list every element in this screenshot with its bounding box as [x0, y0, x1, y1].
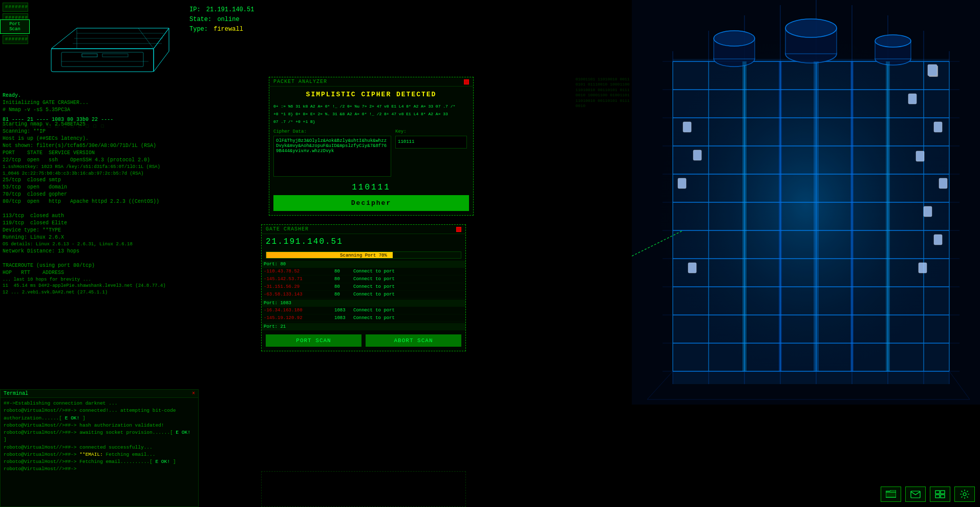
scan-progress-bar: Scanning Port 70%	[266, 251, 461, 259]
svg-rect-82	[688, 263, 696, 273]
svg-rect-95	[941, 491, 945, 494]
svg-rect-34	[673, 228, 949, 256]
gate-crasher-header: GATE CRASHER	[262, 225, 465, 234]
left-sidebar: ####### Port Scan ####### ####### ######…	[0, 0, 31, 47]
gate-crasher-title: GATE CRASHER	[266, 226, 309, 232]
port-num-6: 1083	[333, 314, 351, 322]
settings-icon-btn[interactable]	[954, 487, 975, 502]
folder-icon-btn[interactable]	[881, 487, 901, 502]
gate-crasher-buttons: PORT SCAN ABORT SCAN	[262, 330, 465, 351]
port-ip-3: -31.151.56.29	[262, 283, 333, 290]
svg-rect-32	[673, 172, 949, 200]
cipher-detected-title: SIMPLISTIC CIPHER DETECTED	[269, 87, 473, 102]
svg-rect-97	[941, 495, 945, 498]
svg-point-63	[714, 31, 755, 46]
email-icon-btn[interactable]	[905, 487, 926, 502]
ip-value: 21.191.140.51	[206, 6, 254, 13]
svg-rect-72	[908, 94, 917, 104]
ip-label: IP:	[189, 6, 201, 13]
svg-rect-71	[928, 65, 937, 76]
network-icon-btn[interactable]	[930, 487, 950, 502]
gate-crasher-ip: 21.191.140.51	[262, 234, 465, 249]
scan-progress-text: Scanning Port 70%	[266, 252, 461, 259]
terminal-close-btn[interactable]: ×	[192, 391, 195, 396]
svg-rect-75	[916, 151, 924, 161]
connect-port-btn-5[interactable]: Connect to port	[351, 307, 397, 313]
terminal-line: authorization......[ E OK! ]	[4, 415, 195, 422]
cipher-data-textarea[interactable]: OlF&ThyjBz3&Olylz&Aok&Bzly&uhtI&huk&whzz…	[273, 136, 391, 177]
svg-rect-29	[673, 87, 949, 115]
right-network-visualization	[632, 0, 980, 405]
port-row-3: -31.151.56.29 80 Connect to port	[262, 283, 465, 291]
packet-analyzer-close-btn[interactable]	[464, 79, 469, 84]
state-value: online	[217, 16, 239, 23]
terminal-line: ##->Establishing connection darknet ...	[4, 400, 195, 407]
port-num-4: 80	[333, 291, 351, 298]
cipher-key-label: Key:	[395, 129, 467, 134]
connect-port-btn-2[interactable]: Connect to port	[351, 276, 397, 282]
gate-crasher-close-btn[interactable]	[456, 227, 461, 232]
abort-scan-button[interactable]: ABORT SCAN	[366, 334, 461, 347]
port-num-5: 1083	[333, 307, 351, 314]
port-scan-sidebar-btn[interactable]: Port Scan	[0, 19, 30, 34]
cipher-key-input[interactable]	[395, 136, 467, 149]
terminal-line: roboto@VirtualHost//>##-> **EMAIL: Fetch…	[4, 451, 195, 458]
decipher-button[interactable]: Decipher	[273, 195, 469, 211]
connect-port-btn-3[interactable]: Connect to port	[351, 284, 397, 290]
cipher-key-group: Key:	[395, 129, 467, 177]
packet-analyzer-title: PACKET ANALYZER	[273, 79, 327, 84]
svg-rect-94	[935, 491, 940, 494]
svg-point-66	[785, 19, 837, 37]
svg-rect-2	[82, 54, 97, 57]
svg-rect-3	[102, 54, 128, 57]
port-row-2: -145.142.53.71 80 Connect to port	[262, 276, 465, 283]
hex-scroll-decor: 01001101 11010010 00110101 01110010 1000…	[576, 77, 632, 109]
cipher-hex-data-1: 0+ :» %6 31 k8 A2 A» 0* !_ /2 0+ %u 7» 2…	[269, 102, 473, 110]
port-21-header: Port: 21	[262, 323, 465, 330]
connect-port-btn-6[interactable]: Connect to port	[351, 315, 397, 321]
svg-rect-38	[673, 341, 949, 369]
svg-rect-35	[673, 256, 949, 284]
svg-rect-74	[683, 122, 691, 132]
connect-port-btn-4[interactable]: Connect to port	[351, 291, 397, 298]
terminal-title: Terminal	[4, 391, 28, 396]
type-value: firewall	[214, 26, 243, 33]
svg-rect-73	[934, 122, 942, 132]
gate-crasher-panel: GATE CRASHER 21.191.140.51 Scanning Port…	[261, 224, 466, 351]
packet-analyzer-panel: PACKET ANALYZER SIMPLISTIC CIPHER DETECT…	[269, 77, 474, 216]
port-row-6: -145.19.120.92 1083 Connect to port	[262, 314, 465, 322]
terminal-line: roboto@VirtualHost//>##-> awaiting socke…	[4, 429, 195, 444]
port-scan-button[interactable]: PORT SCAN	[266, 334, 361, 347]
port-1083-header: Port: 1083	[262, 300, 465, 307]
port-row-4: -63.58.133.143 80 Connect to port	[262, 291, 465, 299]
terminal-line: roboto@VirtualHost//>##-> connected!... …	[4, 407, 195, 414]
bottom-dashed-panel	[261, 471, 466, 507]
svg-rect-36	[673, 284, 949, 312]
port-num-3: 80	[333, 283, 351, 290]
sidebar-btn-1[interactable]: #######	[3, 3, 28, 12]
terminal-line: roboto@VirtualHost//>##->	[4, 466, 195, 473]
port-80-header: Port: 80	[262, 261, 465, 268]
sidebar-btn-4[interactable]: #######	[3, 35, 28, 44]
cipher-hex-data-2: +0 *1 8} 0+ 8» E+ 2» %. 31 &8 A2 A» 0* !…	[269, 110, 473, 118]
cipher-data-label: Cipher Data:	[273, 129, 391, 134]
cipher-hex-data-3: 07 .7 /* +0 +1 B}	[269, 118, 473, 125]
svg-rect-81	[919, 263, 927, 273]
port-ip-4: -63.58.133.143	[262, 291, 333, 298]
port-num-1: 80	[333, 268, 351, 275]
port-ip-1: -110.43.78.52	[262, 268, 333, 275]
terminal-bottom-left: Terminal × ##->Establishing connection d…	[0, 389, 199, 507]
svg-rect-37	[673, 312, 949, 341]
terminal-line: roboto@VirtualHost//>##-> hash authoriza…	[4, 422, 195, 429]
connect-port-btn-1[interactable]: Connect to port	[351, 268, 397, 274]
svg-rect-76	[693, 150, 701, 160]
device-status: IP: 21.191.140.51 State: online Type: fi…	[189, 5, 254, 35]
port-ip-2: -145.142.53.71	[262, 276, 333, 283]
svg-rect-31	[673, 143, 949, 172]
svg-rect-79	[924, 206, 932, 217]
port-ip-5: -16.34.163.180	[262, 307, 333, 314]
terminal-header: Terminal ×	[1, 390, 198, 398]
cipher-form: Cipher Data: OlF&ThyjBz3&Olylz&Aok&Bzly&…	[269, 126, 473, 180]
terminal-line: roboto@VirtualHost//>##-> connected succ…	[4, 444, 195, 451]
type-label: Type:	[189, 26, 208, 33]
